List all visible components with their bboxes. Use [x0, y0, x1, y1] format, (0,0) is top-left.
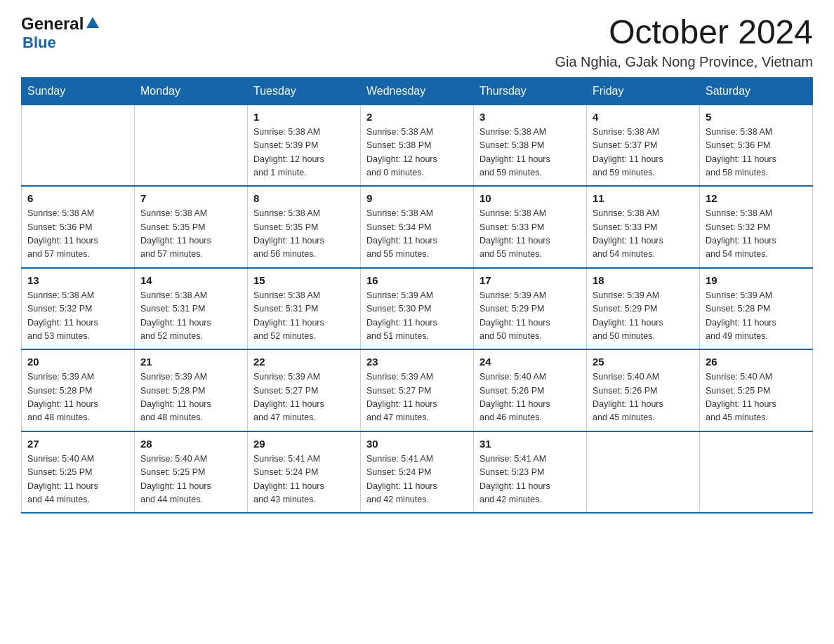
day-number: 8 — [253, 192, 355, 204]
calendar-cell — [587, 431, 700, 514]
calendar-cell: 3Sunrise: 5:38 AM Sunset: 5:38 PM Daylig… — [474, 105, 587, 186]
day-info: Sunrise: 5:40 AM Sunset: 5:26 PM Dayligh… — [593, 370, 694, 425]
day-number: 10 — [479, 192, 581, 204]
calendar-cell: 31Sunrise: 5:41 AM Sunset: 5:23 PM Dayli… — [474, 431, 587, 514]
calendar-cell: 20Sunrise: 5:39 AM Sunset: 5:28 PM Dayli… — [22, 349, 135, 431]
day-number: 6 — [27, 192, 128, 204]
day-number: 4 — [593, 111, 694, 123]
logo-arrow-icon — [85, 15, 100, 31]
page-header: General Blue October 2024 Gia Nghia, GJa… — [21, 14, 813, 70]
day-number: 17 — [479, 274, 581, 286]
calendar-day-header: Monday — [135, 77, 248, 105]
day-info: Sunrise: 5:38 AM Sunset: 5:31 PM Dayligh… — [140, 289, 241, 344]
location-title: Gia Nghia, GJak Nong Province, Vietnam — [555, 54, 813, 70]
calendar-cell: 28Sunrise: 5:40 AM Sunset: 5:25 PM Dayli… — [135, 431, 248, 514]
logo: General Blue — [21, 14, 100, 52]
calendar-cell: 14Sunrise: 5:38 AM Sunset: 5:31 PM Dayli… — [135, 268, 248, 350]
svg-marker-0 — [86, 17, 99, 28]
calendar-cell: 25Sunrise: 5:40 AM Sunset: 5:26 PM Dayli… — [587, 349, 700, 431]
day-info: Sunrise: 5:41 AM Sunset: 5:23 PM Dayligh… — [479, 452, 581, 507]
day-number: 24 — [479, 356, 581, 368]
calendar-cell: 24Sunrise: 5:40 AM Sunset: 5:26 PM Dayli… — [474, 349, 587, 431]
day-info: Sunrise: 5:39 AM Sunset: 5:27 PM Dayligh… — [253, 370, 355, 425]
calendar-day-header: Saturday — [700, 77, 813, 105]
day-number: 2 — [366, 111, 468, 123]
day-number: 13 — [27, 274, 128, 286]
calendar-week-row: 27Sunrise: 5:40 AM Sunset: 5:25 PM Dayli… — [22, 431, 813, 514]
day-info: Sunrise: 5:38 AM Sunset: 5:38 PM Dayligh… — [366, 126, 468, 180]
day-info: Sunrise: 5:40 AM Sunset: 5:25 PM Dayligh… — [706, 370, 807, 425]
day-info: Sunrise: 5:39 AM Sunset: 5:28 PM Dayligh… — [27, 370, 128, 425]
day-info: Sunrise: 5:39 AM Sunset: 5:28 PM Dayligh… — [140, 370, 241, 425]
day-info: Sunrise: 5:38 AM Sunset: 5:36 PM Dayligh… — [706, 126, 807, 180]
day-info: Sunrise: 5:38 AM Sunset: 5:35 PM Dayligh… — [140, 207, 241, 262]
day-number: 5 — [706, 111, 807, 123]
calendar-cell — [22, 105, 135, 186]
day-info: Sunrise: 5:38 AM Sunset: 5:32 PM Dayligh… — [706, 207, 807, 262]
day-number: 15 — [253, 274, 355, 286]
day-number: 14 — [140, 274, 241, 286]
day-info: Sunrise: 5:38 AM Sunset: 5:35 PM Dayligh… — [253, 207, 355, 262]
day-number: 18 — [593, 274, 694, 286]
day-number: 25 — [593, 356, 694, 368]
day-info: Sunrise: 5:38 AM Sunset: 5:31 PM Dayligh… — [253, 289, 355, 344]
day-number: 11 — [593, 192, 694, 204]
calendar-day-header: Wednesday — [361, 77, 474, 105]
day-info: Sunrise: 5:38 AM Sunset: 5:33 PM Dayligh… — [593, 207, 694, 262]
calendar-cell: 5Sunrise: 5:38 AM Sunset: 5:36 PM Daylig… — [700, 105, 813, 186]
calendar-cell: 21Sunrise: 5:39 AM Sunset: 5:28 PM Dayli… — [135, 349, 248, 431]
day-info: Sunrise: 5:39 AM Sunset: 5:30 PM Dayligh… — [366, 289, 468, 344]
calendar-cell: 4Sunrise: 5:38 AM Sunset: 5:37 PM Daylig… — [587, 105, 700, 186]
day-number: 9 — [366, 192, 468, 204]
day-number: 1 — [253, 111, 355, 123]
day-number: 3 — [479, 111, 581, 123]
calendar-cell: 18Sunrise: 5:39 AM Sunset: 5:29 PM Dayli… — [587, 268, 700, 350]
day-number: 26 — [706, 356, 807, 368]
calendar-cell: 16Sunrise: 5:39 AM Sunset: 5:30 PM Dayli… — [361, 268, 474, 350]
logo-blue-text: Blue — [22, 34, 100, 52]
day-number: 27 — [27, 438, 128, 450]
calendar-cell: 22Sunrise: 5:39 AM Sunset: 5:27 PM Dayli… — [248, 349, 361, 431]
day-info: Sunrise: 5:41 AM Sunset: 5:24 PM Dayligh… — [253, 452, 355, 507]
calendar-cell: 15Sunrise: 5:38 AM Sunset: 5:31 PM Dayli… — [248, 268, 361, 350]
day-info: Sunrise: 5:40 AM Sunset: 5:25 PM Dayligh… — [140, 452, 241, 507]
day-info: Sunrise: 5:39 AM Sunset: 5:27 PM Dayligh… — [366, 370, 468, 425]
day-info: Sunrise: 5:38 AM Sunset: 5:33 PM Dayligh… — [479, 207, 581, 262]
calendar-cell: 23Sunrise: 5:39 AM Sunset: 5:27 PM Dayli… — [361, 349, 474, 431]
calendar-cell: 6Sunrise: 5:38 AM Sunset: 5:36 PM Daylig… — [22, 186, 135, 268]
day-info: Sunrise: 5:38 AM Sunset: 5:37 PM Dayligh… — [593, 126, 694, 180]
calendar-day-header: Friday — [587, 77, 700, 105]
calendar-cell: 8Sunrise: 5:38 AM Sunset: 5:35 PM Daylig… — [248, 186, 361, 268]
calendar-header-row: SundayMondayTuesdayWednesdayThursdayFrid… — [22, 77, 813, 105]
day-number: 7 — [140, 192, 241, 204]
day-info: Sunrise: 5:40 AM Sunset: 5:26 PM Dayligh… — [479, 370, 581, 425]
logo-general-text: General — [21, 14, 84, 34]
calendar-cell: 7Sunrise: 5:38 AM Sunset: 5:35 PM Daylig… — [135, 186, 248, 268]
calendar-cell: 26Sunrise: 5:40 AM Sunset: 5:25 PM Dayli… — [700, 349, 813, 431]
calendar-cell: 19Sunrise: 5:39 AM Sunset: 5:28 PM Dayli… — [700, 268, 813, 350]
calendar-cell — [135, 105, 248, 186]
calendar-day-header: Tuesday — [248, 77, 361, 105]
calendar-cell: 10Sunrise: 5:38 AM Sunset: 5:33 PM Dayli… — [474, 186, 587, 268]
calendar-day-header: Sunday — [22, 77, 135, 105]
day-info: Sunrise: 5:41 AM Sunset: 5:24 PM Dayligh… — [366, 452, 468, 507]
day-number: 19 — [706, 274, 807, 286]
calendar-cell: 30Sunrise: 5:41 AM Sunset: 5:24 PM Dayli… — [361, 431, 474, 514]
day-number: 12 — [706, 192, 807, 204]
day-number: 23 — [366, 356, 468, 368]
day-number: 21 — [140, 356, 241, 368]
day-info: Sunrise: 5:38 AM Sunset: 5:32 PM Dayligh… — [27, 289, 128, 344]
calendar-week-row: 6Sunrise: 5:38 AM Sunset: 5:36 PM Daylig… — [22, 186, 813, 268]
calendar-day-header: Thursday — [474, 77, 587, 105]
day-number: 31 — [479, 438, 581, 450]
calendar-table: SundayMondayTuesdayWednesdayThursdayFrid… — [21, 77, 813, 514]
day-number: 16 — [366, 274, 468, 286]
day-number: 28 — [140, 438, 241, 450]
calendar-cell: 13Sunrise: 5:38 AM Sunset: 5:32 PM Dayli… — [22, 268, 135, 350]
calendar-week-row: 13Sunrise: 5:38 AM Sunset: 5:32 PM Dayli… — [22, 268, 813, 350]
calendar-cell: 1Sunrise: 5:38 AM Sunset: 5:39 PM Daylig… — [248, 105, 361, 186]
calendar-cell — [700, 431, 813, 514]
day-number: 22 — [253, 356, 355, 368]
title-section: October 2024 Gia Nghia, GJak Nong Provin… — [555, 14, 813, 70]
calendar-week-row: 20Sunrise: 5:39 AM Sunset: 5:28 PM Dayli… — [22, 349, 813, 431]
